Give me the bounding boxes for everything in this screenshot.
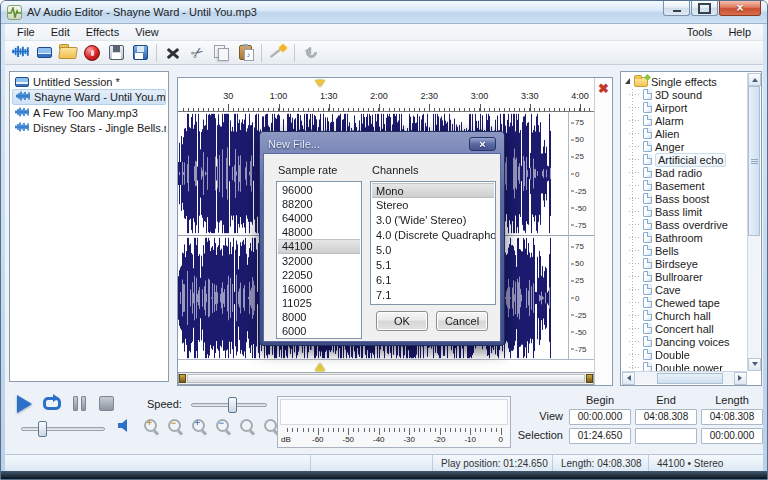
effect-item[interactable]: Anger — [624, 140, 747, 153]
effects-hscroll-thumb[interactable] — [657, 373, 723, 384]
menu-edit[interactable]: Edit — [43, 25, 78, 39]
channel-option[interactable]: 6.1 — [372, 273, 494, 288]
dialog-title-bar[interactable]: New File... × — [263, 135, 501, 153]
play-icon[interactable] — [17, 395, 41, 413]
sample-rate-option[interactable]: 11025 — [278, 296, 360, 310]
pause-icon[interactable] — [73, 396, 87, 411]
zoom-out-icon[interactable]: − — [167, 418, 184, 435]
effect-item[interactable]: Dancing voices — [624, 335, 747, 348]
effect-item[interactable]: Basement — [624, 179, 747, 192]
effect-item[interactable]: Artificial echo — [624, 153, 747, 166]
sample-rate-option[interactable]: 6000 — [278, 324, 360, 338]
speed-slider-thumb[interactable] — [228, 397, 237, 413]
effects-tree[interactable]: Single effects3D soundAirportAlarmAlienA… — [622, 73, 747, 371]
effects-root-item[interactable]: Single effects — [624, 75, 747, 88]
zoom-in-icon[interactable]: + — [143, 418, 160, 435]
zoom-in-vertical-icon[interactable]: + — [191, 418, 208, 435]
effect-item[interactable]: Cave — [624, 283, 747, 296]
effect-item[interactable]: Double power — [624, 361, 747, 371]
cut-icon[interactable]: ✂ — [186, 42, 208, 63]
menu-help[interactable]: Help — [720, 25, 759, 39]
effects-vertical-scrollbar[interactable] — [747, 73, 760, 371]
scroll-left-icon[interactable] — [622, 372, 635, 385]
scroll-down-icon[interactable] — [748, 358, 761, 371]
waveform-scrollbar[interactable] — [178, 372, 594, 385]
channel-option[interactable]: 5.1 — [372, 258, 494, 273]
top-marker-lane[interactable] — [178, 78, 594, 90]
bottom-marker-lane[interactable] — [178, 359, 594, 372]
effect-item[interactable]: Bells — [624, 244, 747, 257]
effect-item[interactable]: Bass boost — [624, 192, 747, 205]
session-item[interactable]: Shayne Ward - Until You.mp3 — [12, 89, 166, 105]
copy-icon[interactable] — [210, 42, 232, 63]
undo-icon[interactable] — [300, 42, 322, 63]
sample-rate-option[interactable]: 16000 — [278, 282, 360, 296]
minimize-button[interactable] — [663, 1, 690, 16]
maximize-button[interactable] — [691, 1, 718, 16]
effect-item[interactable]: Bullroarer — [624, 270, 747, 283]
effect-item[interactable]: Church hall — [624, 309, 747, 322]
channel-option[interactable]: 4.0 (Discrete Quadraphonic) — [372, 228, 494, 243]
effect-item[interactable]: Chewed tape — [624, 296, 747, 309]
channel-option[interactable]: 7.1 — [372, 288, 494, 303]
sample-rate-option[interactable]: 22050 — [278, 268, 360, 282]
channel-option[interactable]: 3.0 ('Wide' Stereo) — [372, 213, 494, 228]
play-position-marker-bottom[interactable] — [315, 358, 325, 371]
session-item[interactable]: A Few Too Many.mp3 — [12, 105, 166, 120]
scrollbar-right-handle[interactable] — [586, 374, 593, 383]
delete-icon[interactable] — [162, 42, 184, 63]
selection-end-field[interactable] — [635, 428, 697, 444]
menu-tools[interactable]: Tools — [679, 25, 721, 39]
effect-item[interactable]: 3D sound — [624, 88, 747, 101]
save-as-icon[interactable] — [129, 42, 151, 63]
menu-file[interactable]: File — [9, 25, 43, 39]
effect-item[interactable]: Concert hall — [624, 322, 747, 335]
sample-rate-option[interactable]: 96000 — [278, 183, 360, 197]
open-icon[interactable] — [57, 42, 79, 63]
effect-item[interactable]: Alarm — [624, 114, 747, 127]
cancel-button[interactable]: Cancel — [436, 311, 488, 331]
zoom-out-vertical-icon[interactable]: − — [215, 418, 232, 435]
close-waveform-icon[interactable]: ✖ — [597, 82, 611, 96]
speed-slider[interactable] — [191, 403, 267, 407]
scroll-up-icon[interactable] — [748, 73, 761, 86]
view-end-field[interactable]: 04:08.308 — [635, 409, 697, 425]
sample-rate-option[interactable]: 44100 — [278, 239, 360, 254]
effect-item[interactable]: Airport — [624, 101, 747, 114]
title-bar[interactable]: AV Audio Editor - Shayne Ward - Until Yo… — [1, 1, 767, 24]
time-ruler[interactable]: 301:001:302:002:303:003:304:00 — [178, 90, 594, 112]
scrollbar-left-handle[interactable] — [179, 374, 186, 383]
waveform-scrollbar-thumb[interactable] — [187, 374, 585, 383]
record-icon[interactable] — [81, 42, 103, 63]
session-item[interactable]: Untitled Session * — [12, 74, 166, 89]
new-session-icon[interactable] — [33, 42, 55, 63]
sample-rate-option[interactable]: 88200 — [278, 197, 360, 211]
channel-option[interactable]: Stereo — [372, 198, 494, 213]
save-icon[interactable] — [105, 42, 127, 63]
menu-effects[interactable]: Effects — [78, 25, 127, 39]
volume-slider[interactable] — [21, 427, 105, 431]
effect-item[interactable]: Alien — [624, 127, 747, 140]
scroll-right-icon[interactable] — [734, 372, 747, 385]
session-item[interactable]: Disney Stars - Jingle Bells.mp3 — [12, 120, 166, 135]
sample-rate-option[interactable]: 48000 — [278, 225, 360, 239]
effect-item[interactable]: Bass overdrive — [624, 218, 747, 231]
effect-item[interactable]: Bass limit — [624, 205, 747, 218]
paste-icon[interactable] — [234, 42, 256, 63]
channels-list[interactable]: MonoStereo3.0 ('Wide' Stereo)4.0 (Discre… — [370, 181, 496, 305]
effects-wand-icon[interactable] — [267, 42, 289, 63]
new-file-icon[interactable] — [9, 42, 31, 63]
view-length-field[interactable]: 04:08.308 — [701, 409, 763, 425]
channel-option[interactable]: Mono — [372, 183, 494, 198]
loop-icon[interactable] — [43, 397, 61, 410]
menu-view[interactable]: View — [127, 25, 167, 39]
close-button[interactable] — [719, 1, 761, 16]
stop-icon[interactable] — [99, 396, 114, 411]
view-begin-field[interactable]: 00:00.000 — [569, 409, 631, 425]
tree-expand-icon[interactable] — [625, 78, 630, 84]
sample-rate-option[interactable]: 8000 — [278, 310, 360, 324]
speaker-icon[interactable] — [117, 419, 132, 434]
sample-rate-option[interactable]: 32000 — [278, 254, 360, 268]
effect-item[interactable]: Bathroom — [624, 231, 747, 244]
dialog-close-icon[interactable]: × — [469, 137, 496, 151]
